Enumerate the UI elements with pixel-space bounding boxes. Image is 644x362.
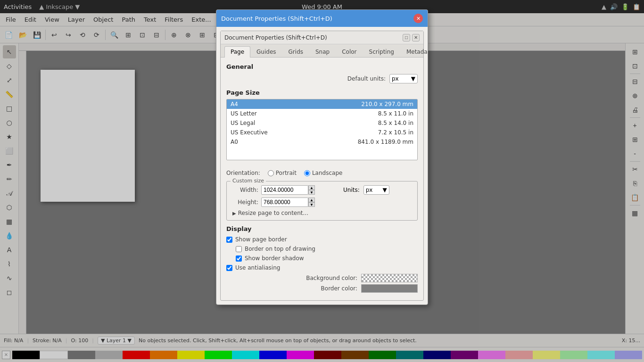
display-section: Display Show page border Border on top o… <box>226 225 418 293</box>
inner-close-button[interactable]: ✕ <box>412 34 420 41</box>
custom-size-legend: Custom size <box>231 178 266 184</box>
page-size-a4[interactable]: A4 210.0 x 297.0 mm <box>227 99 417 109</box>
inner-dialog: Document Properties (Shift+Ctrl+D) □ ✕ P… <box>220 31 424 301</box>
page-size-usexecutive[interactable]: US Executive 7.2 x 10.5 in <box>227 128 417 137</box>
width-spin-down[interactable]: ▼ <box>308 190 315 195</box>
bg-color-label: Background color: <box>306 275 357 281</box>
orientation-row: Orientation: Portrait Landscape <box>226 170 418 176</box>
bg-color-swatch[interactable] <box>361 274 418 282</box>
height-spinbuttons: ▲ ▼ <box>308 197 315 207</box>
tab-color[interactable]: Color <box>336 46 363 57</box>
page-size-list[interactable]: A4 210.0 x 297.0 mm US Letter 8.5 x 11.0… <box>226 99 418 160</box>
resize-arrow-icon: ▶ <box>232 211 236 216</box>
landscape-radio[interactable] <box>304 170 310 176</box>
height-spin-down[interactable]: ▼ <box>308 202 315 207</box>
width-spin-up[interactable]: ▲ <box>308 185 315 190</box>
border-color-label: Border color: <box>321 285 357 292</box>
show-border-shadow-checkbox[interactable] <box>236 255 242 262</box>
show-page-border-row: Show page border <box>226 236 418 243</box>
units-row: Default units: px ▼ <box>226 74 418 83</box>
default-units-select[interactable]: px ▼ <box>389 74 418 83</box>
display-label: Display <box>226 225 418 232</box>
height-label: Height: <box>232 199 258 206</box>
width-input-group: ▲ ▼ Units: px ▼ <box>261 185 389 195</box>
width-spinbuttons: ▲ ▼ <box>308 185 315 195</box>
page-size-usletter[interactable]: US Letter 8.5 x 11.0 in <box>227 109 417 118</box>
dialog-title: Document Properties (Shift+Ctrl+D) <box>221 15 332 22</box>
border-on-top-label: Border on top of drawing <box>245 246 315 252</box>
page-tab-content: General Default units: px ▼ Page Size A4… <box>221 58 423 300</box>
tab-snap[interactable]: Snap <box>309 46 336 57</box>
default-units-label: Default units: <box>347 75 386 82</box>
show-border-shadow-row: Show border shadow <box>236 255 418 262</box>
width-row: Width: ▲ ▼ Units: px ▼ <box>232 185 412 195</box>
page-list-wrapper: A4 210.0 x 297.0 mm US Letter 8.5 x 11.0… <box>226 99 418 165</box>
custom-units-select[interactable]: px ▼ <box>363 185 389 195</box>
height-row: Height: ▲ ▼ <box>232 197 412 207</box>
dialog-tabs: Page Guides Grids Snap Color Scripting M… <box>221 44 423 58</box>
landscape-radio-label[interactable]: Landscape <box>304 170 342 176</box>
show-page-border-label: Show page border <box>235 236 287 243</box>
custom-units-dropdown-icon: ▼ <box>383 187 387 193</box>
resize-row[interactable]: ▶ Resize page to content... <box>232 210 412 216</box>
tab-guides[interactable]: Guides <box>250 46 282 57</box>
custom-size-group: Custom size Width: ▲ ▼ Units: px <box>226 181 418 221</box>
height-spin-up[interactable]: ▲ <box>308 197 315 202</box>
tab-page[interactable]: Page <box>224 46 250 58</box>
show-page-border-checkbox[interactable] <box>226 237 232 243</box>
width-label: Width: <box>232 187 258 193</box>
show-border-shadow-label: Show border shadow <box>245 255 304 262</box>
tab-grids[interactable]: Grids <box>282 46 309 57</box>
document-properties-dialog: Document Properties (Shift+Ctrl+D) ✕ Doc… <box>216 9 428 305</box>
general-section-label: General <box>226 63 418 70</box>
bg-color-row: Background color: <box>226 274 418 282</box>
page-size-label: Page Size <box>226 89 418 96</box>
resize-label[interactable]: Resize page to content... <box>238 210 308 216</box>
border-on-top-checkbox[interactable] <box>236 246 242 252</box>
inner-dialog-title: Document Properties (Shift+Ctrl+D) <box>224 34 327 41</box>
border-color-row: Border color: <box>226 284 418 293</box>
orientation-label: Orientation: <box>226 170 260 176</box>
units-dropdown-icon: ▼ <box>411 75 415 82</box>
portrait-radio-label[interactable]: Portrait <box>268 170 297 176</box>
inner-maximize-button[interactable]: □ <box>403 34 410 41</box>
width-input[interactable] <box>261 185 308 195</box>
page-size-uslegal[interactable]: US Legal 8.5 x 14.0 in <box>227 118 417 128</box>
dialog-close-button[interactable]: ✕ <box>413 14 423 23</box>
height-input-group: ▲ ▼ <box>261 197 315 207</box>
border-color-swatch[interactable] <box>361 284 418 293</box>
tab-metadata[interactable]: Metadata <box>400 46 428 57</box>
dialog-titlebar: Document Properties (Shift+Ctrl+D) ✕ <box>216 10 428 27</box>
page-size-a0[interactable]: A0 841.0 x 1189.0 mm <box>227 137 417 147</box>
portrait-radio[interactable] <box>268 170 274 176</box>
tab-scripting[interactable]: Scripting <box>363 46 400 57</box>
use-antialiasing-row: Use antialiasing <box>226 264 418 271</box>
dialog-overlay: Document Properties (Shift+Ctrl+D) ✕ Doc… <box>0 0 644 362</box>
use-antialiasing-label: Use antialiasing <box>235 264 280 271</box>
height-input[interactable] <box>261 197 308 207</box>
use-antialiasing-checkbox[interactable] <box>226 265 232 271</box>
border-on-top-row: Border on top of drawing <box>236 246 418 252</box>
inner-dialog-titlebar: Document Properties (Shift+Ctrl+D) □ ✕ <box>221 31 423 44</box>
units-label-inline: Units: <box>343 187 360 193</box>
